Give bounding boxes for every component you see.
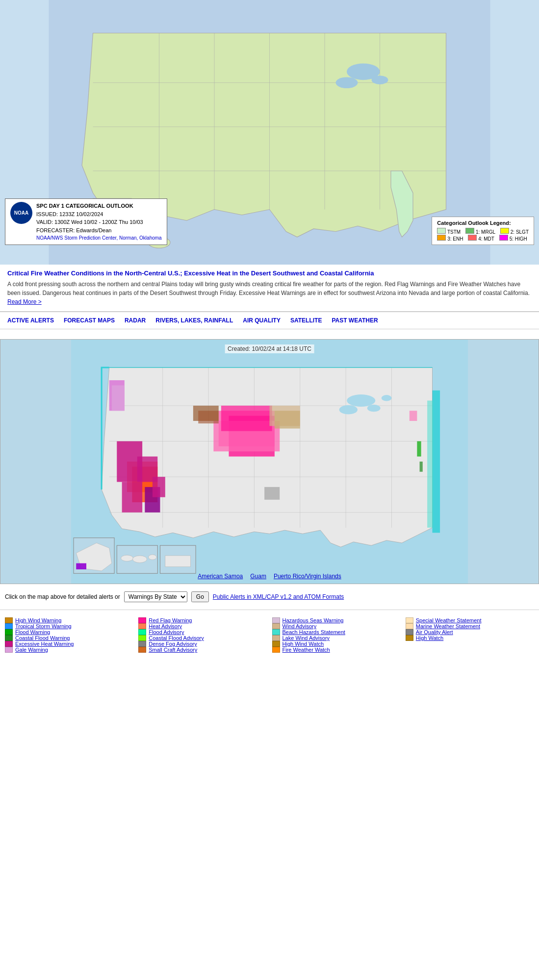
legend-col-1: High Wind Warning Tropical Storm Warning… [5, 617, 133, 653]
coastal-flood-advisory-link[interactable]: Coastal Flood Advisory [149, 635, 204, 641]
svg-rect-50 [264, 487, 280, 500]
high-wind-watch-swatch [272, 641, 280, 647]
heat-advisory-swatch [138, 623, 146, 629]
coastal-flood-warning-link[interactable]: Coastal Flood Warning [15, 635, 70, 641]
legend-high: 5: HIGH [499, 235, 527, 242]
american-samoa-link[interactable]: American Samoa [198, 573, 243, 580]
fire-weather-watch-link[interactable]: Fire Weather Watch [282, 647, 330, 653]
alerts-map-svg[interactable] [0, 340, 539, 584]
gale-warning-link[interactable]: Gale Warning [15, 647, 48, 653]
puerto-rico-link[interactable]: Puerto Rico/Virgin Islands [274, 573, 341, 580]
nav-air-quality[interactable]: AIR QUALITY [243, 317, 281, 324]
legend-col-3: Hazardous Seas Warning Wind Advisory Bea… [272, 617, 401, 653]
svg-rect-46 [420, 462, 423, 472]
svg-rect-49 [198, 411, 219, 423]
special-weather-swatch [406, 617, 413, 623]
legend-high-wind-watch: High Wind Watch [272, 641, 401, 647]
legend-hazardous-seas: Hazardous Seas Warning [272, 617, 401, 623]
flood-warning-link[interactable]: Flood Warning [15, 629, 50, 635]
marine-weather-link[interactable]: Marine Weather Statement [416, 623, 480, 629]
excessive-heat-warning-swatch [5, 641, 13, 647]
spc-forecaster: FORECASTER: Edwards/Dean [36, 226, 162, 235]
hazardous-seas-link[interactable]: Hazardous Seas Warning [282, 617, 344, 623]
svg-point-56 [149, 555, 157, 560]
special-weather-link[interactable]: Special Weather Statement [416, 617, 482, 623]
nav-active-alerts[interactable]: ACTIVE ALERTS [7, 317, 54, 324]
xml-cap-link[interactable]: Public Alerts in XML/CAP v1.2 and ATOM F… [213, 593, 344, 600]
legend-mdt: 4: MDT [468, 235, 494, 242]
legend-enh: 3: ENH [437, 235, 463, 242]
flood-advisory-swatch [138, 629, 146, 635]
spc-agency: NOAA/NWS Storm Prediction Center, Norman… [36, 234, 162, 242]
gale-warning-swatch [5, 647, 13, 653]
go-button[interactable]: Go [191, 591, 209, 602]
alert-body-text: A cold front pressing south across the n… [7, 281, 530, 296]
small-craft-advisory-swatch [138, 647, 146, 653]
categorical-legend-row: TSTM 1: MRGL 2: SLGT [437, 228, 529, 235]
red-flag-warning-link[interactable]: Red Flag Warning [149, 617, 192, 623]
coastal-flood-advisory-swatch [138, 635, 146, 641]
svg-rect-47 [410, 411, 417, 421]
legend-tstm: TSTM [437, 228, 461, 235]
svg-rect-37 [117, 441, 142, 482]
legend-marine-weather-statement: Marine Weather Statement [406, 623, 534, 629]
categorical-legend-title: Categorical Outlook Legend: [437, 220, 529, 226]
nav-past-weather[interactable]: PAST WEATHER [332, 317, 378, 324]
legend-flood-advisory: Flood Advisory [138, 629, 267, 635]
lake-wind-advisory-link[interactable]: Lake Wind Advisory [282, 635, 330, 641]
legend-high-watch: High Watch [406, 635, 534, 641]
nav-satellite[interactable]: SATELLITE [290, 317, 322, 324]
coastal-flood-warning-swatch [5, 635, 13, 641]
svg-point-12 [372, 75, 388, 84]
spc-map-container: NOAA SPC DAY 1 CATEGORICAL OUTLOOK ISSUE… [0, 0, 539, 265]
high-wind-watch-link[interactable]: High Wind Watch [282, 641, 324, 647]
dense-fog-advisory-link[interactable]: Dense Fog Advisory [149, 641, 197, 647]
high-watch-swatch [406, 635, 413, 641]
legend-lake-wind-advisory: Lake Wind Advisory [272, 635, 401, 641]
read-more-link[interactable]: Read More > [7, 298, 42, 305]
legend-small-craft-advisory: Small Craft Advisory [138, 647, 267, 653]
nav-radar[interactable]: RADAR [125, 317, 146, 324]
wind-advisory-link[interactable]: Wind Advisory [282, 623, 317, 629]
alerts-map-container[interactable]: Created: 10/02/24 at 14:18 UTC [0, 339, 539, 584]
svg-rect-31 [221, 406, 272, 431]
alerts-map-label: Created: 10/02/24 at 14:18 UTC [225, 344, 314, 353]
beach-hazards-swatch [272, 629, 280, 635]
air-quality-link[interactable]: Air Quality Alert [416, 629, 453, 635]
legend-tropical-storm-warning: Tropical Storm Warning [5, 623, 133, 629]
air-quality-swatch [406, 629, 413, 635]
wind-advisory-swatch [272, 623, 280, 629]
legend-air-quality-alert: Air Quality Alert [406, 629, 534, 635]
legend-mrgl: 1: MRGL [465, 228, 495, 235]
high-wind-warning-link[interactable]: High Wind Warning [15, 617, 61, 623]
page-wrapper: NOAA SPC DAY 1 CATEGORICAL OUTLOOK ISSUE… [0, 0, 539, 660]
svg-point-24 [347, 394, 375, 407]
legend-flood-warning: Flood Warning [5, 629, 133, 635]
svg-point-54 [121, 555, 133, 561]
alert-body: A cold front pressing south across the n… [7, 280, 532, 306]
nav-forecast-maps[interactable]: FORECAST MAPS [64, 317, 115, 324]
svg-point-55 [132, 556, 147, 563]
svg-rect-33 [112, 385, 125, 411]
beach-hazards-link[interactable]: Beach Hazards Statement [282, 629, 345, 635]
flood-advisory-link[interactable]: Flood Advisory [149, 629, 184, 635]
noaa-logo: NOAA [10, 202, 32, 224]
svg-point-25 [339, 405, 358, 415]
small-craft-advisory-link[interactable]: Small Craft Advisory [149, 647, 197, 653]
heat-advisory-link[interactable]: Heat Advisory [149, 623, 182, 629]
categorical-legend: Categorical Outlook Legend: TSTM 1: MRGL… [432, 217, 534, 245]
excessive-heat-warning-link[interactable]: Excessive Heat Warning [15, 641, 74, 647]
svg-rect-45 [417, 441, 421, 457]
high-watch-link[interactable]: High Watch [416, 635, 443, 641]
inset-links: American Samoa Guam Puerto Rico/Virgin I… [198, 573, 341, 580]
spc-info-box: NOAA SPC DAY 1 CATEGORICAL OUTLOOK ISSUE… [5, 198, 167, 245]
warnings-by-state-select[interactable]: Warnings By State [124, 591, 187, 602]
nav-rivers[interactable]: RIVERS, LAKES, RAINFALL [155, 317, 233, 324]
guam-link[interactable]: Guam [250, 573, 266, 580]
red-flag-warning-swatch [138, 617, 146, 623]
tropical-storm-warning-link[interactable]: Tropical Storm Warning [15, 623, 72, 629]
svg-rect-40 [153, 477, 165, 497]
legend-slgt: 2: SLGT [500, 228, 529, 235]
lake-wind-advisory-swatch [272, 635, 280, 641]
legend-wind-advisory: Wind Advisory [272, 623, 401, 629]
